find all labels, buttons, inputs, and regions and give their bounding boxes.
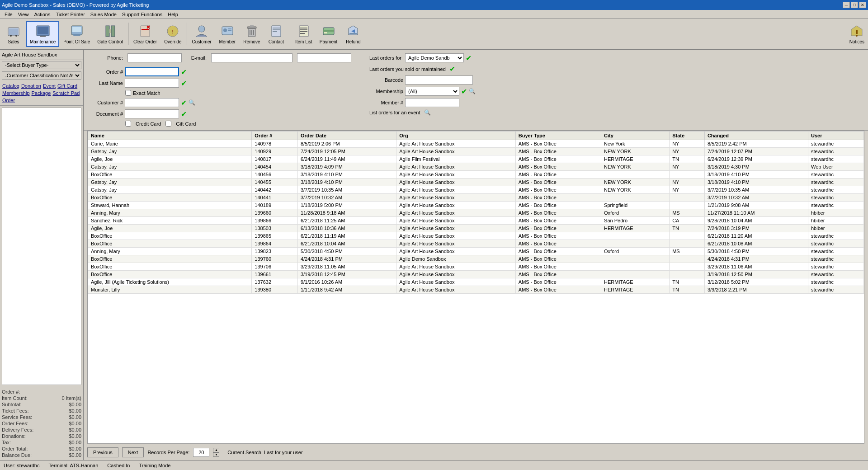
- table-row[interactable]: Anning, Mary1398235/30/2018 4:50 PMAgile…: [88, 248, 864, 255]
- menu-sales-mode[interactable]: Sales Mode: [88, 11, 119, 18]
- tool-remove[interactable]: Remove: [240, 22, 264, 47]
- table-row[interactable]: BoxOffice1398646/21/2018 10:04 AMAgile A…: [88, 240, 864, 248]
- email-input[interactable]: [211, 53, 292, 62]
- phone-input[interactable]: [127, 53, 182, 62]
- order-num-input[interactable]: [125, 67, 179, 76]
- table-row[interactable]: Munster, Lilly1393801/11/2018 9:42 AMAgi…: [88, 286, 864, 294]
- document-num-check-icon[interactable]: ✔: [181, 110, 187, 118]
- membership-search-icon[interactable]: 🔍: [469, 88, 476, 94]
- membership-check-icon[interactable]: ✔: [461, 87, 467, 96]
- last-orders-sold-check-icon[interactable]: ✔: [449, 65, 455, 73]
- tool-sales[interactable]: Sales: [2, 22, 25, 47]
- table-row[interactable]: Gatsby, Jay1404423/7/2019 10:35 AMAgile …: [88, 186, 864, 194]
- table-row[interactable]: Gatsby, Jay1404553/18/2019 4:10 PMAgile …: [88, 179, 864, 186]
- gift-card-checkbox[interactable]: [165, 121, 171, 127]
- toolbar-separator-2: [187, 23, 187, 45]
- previous-button[interactable]: Previous: [87, 447, 118, 457]
- nav-event[interactable]: Event: [42, 83, 56, 89]
- nav-order[interactable]: Order: [2, 97, 15, 103]
- menu-actions[interactable]: Actions: [31, 11, 53, 18]
- spin-down-button[interactable]: ▼: [213, 452, 219, 457]
- tool-pos[interactable]: Point Of Sale: [60, 22, 93, 47]
- table-row[interactable]: Agile, Joe1385036/13/2018 10:36 AMAgile …: [88, 225, 864, 232]
- records-per-page-input[interactable]: [193, 448, 209, 457]
- tool-payment[interactable]: Payment: [316, 22, 340, 47]
- table-row[interactable]: BoxOffice1398656/21/2018 11:19 AMAgile A…: [88, 232, 864, 240]
- exact-match-row: Exact Match: [125, 90, 351, 96]
- table-row[interactable]: BoxOffice1404413/7/2019 10:32 AMAgile Ar…: [88, 194, 864, 202]
- buyer-type-dropdown[interactable]: -Select Buyer Type-: [2, 61, 81, 69]
- document-num-input[interactable]: [125, 109, 179, 118]
- exact-match-checkbox[interactable]: [125, 90, 131, 96]
- tool-customer[interactable]: Customer: [189, 22, 215, 47]
- table-cell: HERMITAGE: [601, 278, 670, 286]
- menu-view[interactable]: View: [15, 11, 32, 18]
- table-row[interactable]: Anning, Mary13966011/28/2018 9:18 AMAgil…: [88, 209, 864, 217]
- customer-num-input[interactable]: [125, 98, 179, 107]
- table-row[interactable]: BoxOffice1397604/24/2018 4:31 PMAgile De…: [88, 255, 864, 263]
- restore-button[interactable]: □: [851, 2, 858, 8]
- classification-dropdown[interactable]: -Customer Classification Not Available-: [2, 71, 81, 80]
- menu-file[interactable]: File: [2, 11, 15, 18]
- svg-rect-37: [300, 31, 307, 32]
- svg-text:!: !: [172, 29, 174, 34]
- tool-contact[interactable]: Contact: [264, 22, 288, 47]
- tool-override[interactable]: ! Override: [161, 22, 184, 47]
- tool-member[interactable]: Member: [216, 22, 239, 47]
- last-name-input[interactable]: [125, 79, 179, 88]
- table-row[interactable]: Steward, Hannah1401891/18/2019 5:00 PMAg…: [88, 202, 864, 209]
- table-cell: Agile Art House Sandbox: [396, 225, 516, 232]
- nav-gift-card[interactable]: Gift Card: [57, 83, 78, 89]
- table-cell: 6/24/2019 12:39 PM: [704, 155, 808, 163]
- table-row[interactable]: Curie, Marie1409788/5/2019 2:06 PMAgile …: [88, 140, 864, 148]
- table-row[interactable]: Gatsby, Jay1409297/24/2019 12:05 PMAgile…: [88, 148, 864, 155]
- nav-package[interactable]: Package: [31, 90, 52, 96]
- table-cell: BoxOffice: [88, 255, 252, 263]
- nav-membership[interactable]: Membership: [2, 90, 30, 96]
- last-orders-select[interactable]: Agile Demo Sandb: [405, 53, 464, 62]
- tool-item-list[interactable]: Item List: [292, 22, 316, 47]
- menu-support-functions[interactable]: Support Functions: [119, 11, 165, 18]
- close-button[interactable]: ✕: [859, 2, 866, 8]
- svg-rect-5: [38, 27, 48, 34]
- minimize-button[interactable]: ─: [843, 2, 850, 8]
- order-num-check-icon[interactable]: ✔: [181, 68, 187, 76]
- barcode-input[interactable]: [405, 75, 473, 85]
- last-orders-check-icon[interactable]: ✔: [466, 54, 472, 62]
- next-button[interactable]: Next: [122, 447, 144, 457]
- table-row[interactable]: BoxOffice1396613/19/2018 12:45 PMAgile A…: [88, 271, 864, 278]
- customer-num-check-icon[interactable]: ✔: [181, 99, 187, 107]
- tool-refund[interactable]: Refund: [341, 22, 365, 47]
- credit-card-checkbox[interactable]: [125, 121, 131, 127]
- customer-num-row: Customer # ✔ 🔍: [89, 98, 351, 107]
- notices-icon: [849, 24, 864, 38]
- table-row[interactable]: Gatsby, Jay1404543/18/2019 4:09 PMAgile …: [88, 163, 864, 171]
- last-name-check-icon[interactable]: ✔: [181, 79, 187, 88]
- table-cell: 3/18/2019 4:10 PM: [704, 179, 808, 186]
- nav-scratch-pad[interactable]: Scratch Pad: [52, 90, 80, 96]
- list-orders-search-icon[interactable]: 🔍: [424, 109, 431, 116]
- customer-num-search-icon[interactable]: 🔍: [189, 99, 195, 106]
- table-cell: 5/30/2018 4:50 PM: [297, 248, 396, 255]
- nav-donation[interactable]: Donation: [21, 83, 42, 89]
- table-row[interactable]: Sanchez, Rick1398666/21/2018 11:25 AMAgi…: [88, 217, 864, 225]
- nav-catalog[interactable]: Catalog: [2, 83, 20, 89]
- table-row[interactable]: BoxOffice1397063/29/2018 11:05 AMAgile A…: [88, 263, 864, 271]
- notices-area[interactable]: Notices: [848, 22, 866, 46]
- footer-donations-value: $0.00: [69, 433, 81, 439]
- tool-clear-order[interactable]: Clear Order: [130, 22, 160, 47]
- classification-dropdown-wrap: -Customer Classification Not Available-: [0, 70, 83, 81]
- menu-help[interactable]: Help: [165, 11, 181, 18]
- table-row[interactable]: Agile, Joe1408176/24/2019 11:49 AMAgile …: [88, 155, 864, 163]
- spin-up-button[interactable]: ▲: [213, 448, 219, 452]
- tool-maintenance[interactable]: Maintenance: [26, 21, 59, 47]
- table-row[interactable]: Agile, Jill (Agile Ticketing Solutions)1…: [88, 278, 864, 286]
- member-num-input[interactable]: [405, 98, 459, 107]
- menu-ticket-printer[interactable]: Ticket Printer: [53, 11, 87, 18]
- tool-gate[interactable]: Gate Control: [94, 22, 126, 47]
- table-row[interactable]: BoxOffice1404563/18/2019 4:10 PMAgile Ar…: [88, 171, 864, 179]
- email-label: E-mail:: [186, 55, 207, 61]
- svg-point-2: [10, 35, 12, 37]
- email-extra-input[interactable]: [297, 53, 351, 62]
- membership-select[interactable]: (All) Active Expired: [405, 87, 459, 96]
